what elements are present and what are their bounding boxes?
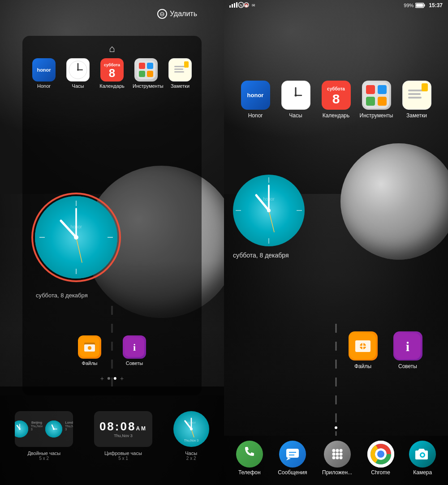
page-dot-2 <box>114 377 116 380</box>
svg-point-95 <box>339 449 342 452</box>
app-calendar-widget[interactable]: суббота 8 Календарь <box>96 58 128 89</box>
analog-clock-size: 2 x 2 <box>186 456 196 461</box>
svg-rect-11 <box>174 69 183 70</box>
dual-clock-size: 5 x 2 <box>39 456 49 461</box>
app-tips-right[interactable]: i Советы <box>390 331 426 370</box>
dot-plus-right: + <box>120 375 124 382</box>
app-clock-widget[interactable]: Часы <box>62 58 94 89</box>
home-icon[interactable]: ⌂ <box>109 43 115 55</box>
dock-phone[interactable]: Телефон <box>236 441 263 476</box>
right-mid-apps: Файлы i Советы <box>345 331 426 370</box>
dual-clock-label: Двойные часы <box>27 451 60 456</box>
svg-rect-5 <box>139 63 145 69</box>
honor-icon-right: honor <box>241 81 270 110</box>
phone-dock-icon <box>236 441 263 468</box>
tools-label-right: Инструменты <box>360 112 393 120</box>
digital-time-preview: 08:08AM <box>99 420 147 433</box>
mini-clock-1 <box>15 421 28 438</box>
right-page-dots <box>335 426 337 429</box>
camera-dock-icon <box>409 441 436 468</box>
dock-messages[interactable]: Сообщения <box>278 441 307 476</box>
svg-rect-12 <box>174 71 184 73</box>
svg-point-108 <box>377 451 384 458</box>
chrome-dock-label: Chrome <box>371 469 390 476</box>
svg-point-31 <box>15 421 28 438</box>
app-notes-right[interactable]: Заметки <box>399 81 435 120</box>
app-honor-right[interactable]: honor Honor <box>237 81 273 120</box>
clock-icon-right <box>281 81 310 110</box>
app-tools-right[interactable]: Инструменты <box>358 81 394 120</box>
files-label-right: Файлы <box>354 363 371 370</box>
left-status-bar <box>0 0 224 11</box>
svg-point-99 <box>332 456 335 459</box>
tips-icon-right: i <box>393 331 422 361</box>
svg-rect-48 <box>234 3 235 8</box>
svg-point-3 <box>77 69 79 71</box>
svg-rect-65 <box>366 97 375 106</box>
right-apps-row: honor Honor Часы суббота 8 Календарь <box>224 81 448 120</box>
clock-face-large: honor <box>35 196 117 279</box>
phone-dock-label: Телефон <box>238 469 261 476</box>
svg-point-77 <box>267 209 271 212</box>
right-status-bar: N ⏰ ✉ 99% 15:37 <box>224 0 448 11</box>
svg-point-110 <box>421 454 424 456</box>
right-clouds <box>224 0 448 157</box>
calendar-icon-right: суббота 8 <box>322 81 351 110</box>
status-time: 15:37 <box>429 2 443 9</box>
dot-plus-left: + <box>100 375 104 382</box>
svg-text:i: i <box>133 342 136 353</box>
calendar-app-icon: суббота 8 <box>100 58 124 82</box>
digital-clock-option[interactable]: 08:08AM Thu,Nov 3 Цифровые часы 5 x 1 <box>94 411 152 461</box>
tips-app-icon: i <box>123 335 146 359</box>
messages-dock-icon <box>279 441 306 468</box>
svg-point-100 <box>336 456 339 459</box>
dual-clock-labels2: London Thu,Nov 3 <box>65 421 73 438</box>
app-tools-widget[interactable]: Инструменты <box>130 58 162 89</box>
digital-clock-label: Цифровые часы <box>104 451 142 456</box>
dual-clock-option[interactable]: Beijing Thu,Nov 3 <box>15 411 73 461</box>
svg-text:N: N <box>240 3 243 8</box>
page-dot-1 <box>108 377 110 380</box>
svg-text:i: i <box>406 339 409 354</box>
app-files-right[interactable]: Файлы <box>345 331 381 370</box>
svg-point-96 <box>332 453 335 456</box>
right-page-dot <box>335 426 337 429</box>
svg-point-93 <box>332 449 335 452</box>
camera-dock-label: Камера <box>413 469 432 476</box>
calendar-app-label: Календарь <box>99 83 125 89</box>
svg-point-94 <box>336 449 339 452</box>
svg-rect-70 <box>408 97 422 99</box>
large-clock-widget[interactable]: honor <box>31 193 121 282</box>
right-clock-date: суббота, 8 декабря <box>233 252 289 259</box>
dual-clock-preview: Beijing Thu,Nov 3 <box>15 411 73 447</box>
svg-rect-69 <box>408 93 421 95</box>
honor-app-label: Honor <box>37 83 51 89</box>
dock-apps[interactable]: Приложен... <box>322 441 352 476</box>
tools-app-icon <box>134 58 158 82</box>
dock-chrome[interactable]: Chrome <box>367 441 394 476</box>
dock-camera[interactable]: Камера <box>409 441 436 476</box>
tips-app-label: Советы <box>126 361 143 366</box>
analog-clock-label: Часы <box>185 451 197 456</box>
files-app-icon <box>78 335 101 359</box>
calendar-label-right: Календарь <box>323 112 350 120</box>
analog-clock-option[interactable]: honor Thu,Nov 3 Часы 2 x 2 <box>173 411 209 461</box>
app-calendar-right[interactable]: суббота 8 Календарь <box>318 81 354 120</box>
left-clock-date: суббота, 8 декабря <box>36 292 88 299</box>
svg-rect-56 <box>424 4 425 7</box>
app-honor-widget[interactable]: honor Honor <box>28 58 60 89</box>
widget-selector: Beijing Thu,Nov 3 <box>0 386 224 485</box>
right-dock: Телефон Сообщения <box>224 436 448 485</box>
svg-marker-90 <box>286 458 291 460</box>
svg-rect-63 <box>366 85 375 94</box>
app-tips-widget[interactable]: i Советы <box>119 335 150 366</box>
svg-point-98 <box>339 453 342 456</box>
honor-app-icon: honor <box>32 58 56 82</box>
svg-point-97 <box>336 453 339 456</box>
right-status-right: 99% 15:37 <box>404 2 443 9</box>
left-panel: ⊖ Удалить ⌂ honor Honor <box>0 0 224 485</box>
app-files-widget[interactable]: Файлы <box>74 335 105 366</box>
app-clock-right[interactable]: Часы <box>278 81 314 120</box>
digital-sub-preview: Thu,Nov 3 <box>114 433 133 438</box>
app-notes-widget[interactable]: Заметки <box>164 58 196 89</box>
